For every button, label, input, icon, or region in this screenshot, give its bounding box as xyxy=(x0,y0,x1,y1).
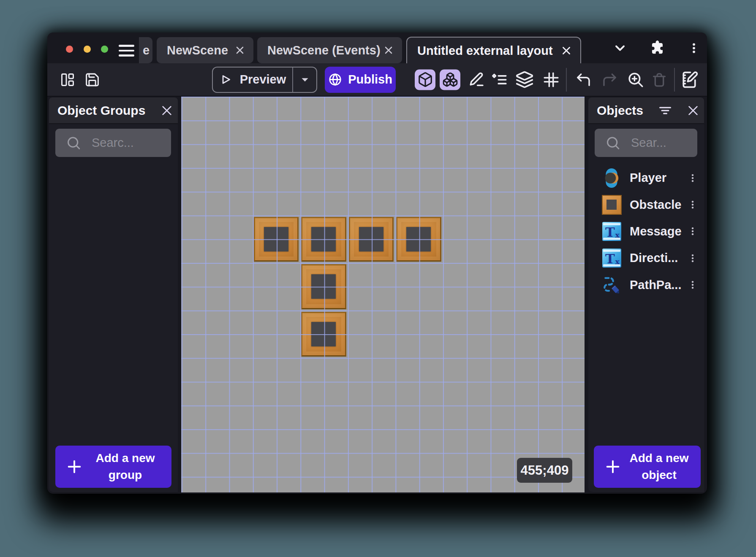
traffic-minimize-button[interactable] xyxy=(84,46,91,53)
tab-newscene[interactable]: NewScene xyxy=(157,37,253,63)
add-new-object-button[interactable]: Add a newobject xyxy=(594,446,701,488)
toolbar: Preview Publish xyxy=(47,63,707,97)
close-panel-icon[interactable] xyxy=(160,104,173,117)
preview-button[interactable]: Preview xyxy=(213,68,292,92)
tab-label: e xyxy=(142,43,150,57)
object-menu-dots-icon[interactable] xyxy=(683,225,702,238)
toolbar-divider xyxy=(674,68,675,92)
tab-label: Untitled external layout xyxy=(407,44,553,58)
object-name: Obstacle xyxy=(630,198,683,212)
preview-split-button: Preview xyxy=(212,67,317,93)
obstacle-tile[interactable] xyxy=(301,312,346,357)
text-object-icon: T x xyxy=(601,248,622,268)
add-button-label: group xyxy=(109,468,142,481)
add-new-group-button[interactable]: Add a newgroup xyxy=(55,446,171,488)
trash-icon[interactable] xyxy=(651,71,668,88)
objects-search-input[interactable] xyxy=(595,129,697,157)
publish-button[interactable]: Publish xyxy=(325,67,396,93)
extensions-puzzle-icon[interactable] xyxy=(649,32,666,63)
object-menu-dots-icon[interactable] xyxy=(683,278,702,291)
text-object-icon: T x xyxy=(601,221,622,241)
svg-text:x: x xyxy=(615,257,620,266)
traffic-close-button[interactable] xyxy=(66,46,73,53)
object-row-player[interactable]: Player xyxy=(588,165,704,191)
main-menu-icon[interactable] xyxy=(119,45,134,57)
plus-icon xyxy=(599,458,627,475)
traffic-zoom-button[interactable] xyxy=(101,46,108,53)
tab-close-icon[interactable] xyxy=(561,45,580,56)
preview-button-label: Preview xyxy=(240,73,286,87)
obstacle-tile[interactable] xyxy=(301,264,346,309)
preview-dropdown-caret-icon[interactable] xyxy=(293,68,316,92)
add-button-label: Add a new xyxy=(95,452,155,465)
add-button-label: Add a new xyxy=(629,452,688,465)
tab-label: NewScene (Events) xyxy=(257,43,381,57)
tab-untitled-external-layout[interactable]: Untitled external layout xyxy=(406,37,581,64)
grid-overlay xyxy=(181,97,585,492)
object-menu-dots-icon[interactable] xyxy=(683,198,702,211)
add-button-label: object xyxy=(642,468,676,481)
save-icon[interactable] xyxy=(84,72,100,87)
object-name: PathPa... xyxy=(630,278,683,292)
path-paint-icon xyxy=(601,275,622,295)
object-row-pathpaint[interactable]: PathPa... xyxy=(588,272,704,298)
panel-title: Object Groups xyxy=(49,103,145,118)
close-panel-icon[interactable] xyxy=(687,104,699,117)
svg-text:T: T xyxy=(605,251,615,266)
object-menu-dots-icon[interactable] xyxy=(683,172,702,184)
tab-close-icon[interactable] xyxy=(383,45,402,55)
scene-notes-icon[interactable] xyxy=(680,70,699,89)
object-name: Directi... xyxy=(630,251,683,265)
cursor-coordinates-badge: 455;409 xyxy=(517,458,572,483)
object-row-direction[interactable]: T x Directi... xyxy=(588,245,704,271)
obstacle-tile[interactable] xyxy=(254,217,299,262)
tab-newscene-events[interactable]: NewScene (Events) xyxy=(257,37,402,63)
tab-partial[interactable]: e xyxy=(139,37,152,63)
scene-canvas[interactable]: 455;409 xyxy=(181,97,585,492)
filter-icon[interactable] xyxy=(659,105,671,116)
titlebar: e NewScene NewScene (Events) Untitled ex… xyxy=(47,32,707,63)
object-groups-panel: Object Groups Add a newgroup xyxy=(49,97,178,492)
tab-label: NewScene xyxy=(157,43,228,57)
undo-icon[interactable] xyxy=(574,71,592,89)
layers-icon[interactable] xyxy=(515,70,534,89)
obstacle-tile[interactable] xyxy=(349,217,394,262)
chevron-down-icon[interactable] xyxy=(612,32,628,63)
object-row-obstacle[interactable]: Obstacle xyxy=(588,191,704,218)
obstacle-icon xyxy=(601,195,622,215)
svg-text:T: T xyxy=(605,224,615,240)
obstacle-tile[interactable] xyxy=(301,217,346,262)
window-menu-dots-icon[interactable] xyxy=(688,32,700,63)
grid-icon[interactable] xyxy=(542,71,560,89)
object-groups-search-input[interactable] xyxy=(55,129,171,157)
zoom-in-icon[interactable] xyxy=(627,71,645,89)
player-icon xyxy=(601,168,622,188)
object-row-message[interactable]: T x Message xyxy=(588,218,704,245)
toolbar-divider xyxy=(566,68,567,92)
edit-pen-icon[interactable] xyxy=(468,71,485,89)
obstacle-tile[interactable] xyxy=(396,217,441,262)
gdevelop-window: e NewScene NewScene (Events) Untitled ex… xyxy=(47,32,707,494)
publish-button-label: Publish xyxy=(348,73,392,87)
instances-list-icon[interactable] xyxy=(490,70,509,89)
objects-list: Player Obstacle xyxy=(588,157,704,298)
object-menu-dots-icon[interactable] xyxy=(683,252,702,265)
object-name: Message xyxy=(630,224,683,238)
object-name: Player xyxy=(630,171,683,185)
panel-title: Objects xyxy=(588,103,643,118)
object-groups-panel-toggle[interactable] xyxy=(440,69,460,90)
plus-icon xyxy=(60,458,88,475)
home-dashboard-icon[interactable] xyxy=(60,72,75,87)
objects-panel-toggle[interactable] xyxy=(415,69,435,90)
redo-icon[interactable] xyxy=(601,71,619,89)
objects-panel: Objects xyxy=(588,97,704,492)
tab-close-icon[interactable] xyxy=(235,45,253,55)
objects-panel-header: Objects xyxy=(588,97,704,124)
svg-text:x: x xyxy=(615,231,620,239)
object-groups-panel-header: Object Groups xyxy=(49,97,178,124)
